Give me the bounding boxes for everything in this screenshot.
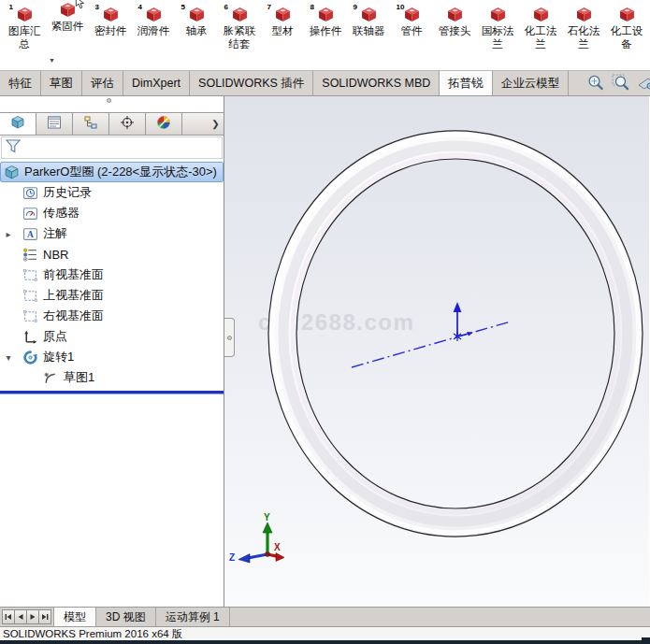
toolbox-item-library[interactable]: 1 图库汇总 <box>3 7 46 70</box>
toolbox-item-label: 图库汇总 <box>6 25 43 50</box>
panel-tabs-chevron[interactable]: ❯ <box>208 113 224 135</box>
tab-evaluate[interactable]: 评估 <box>82 71 123 95</box>
feature-tree: ParkerO型圈 (2-228<显示状态-30>) 历史记录 传感器 <box>0 159 224 394</box>
property-list-icon <box>47 115 62 134</box>
expand-arrow <box>3 203 14 223</box>
view-tools <box>586 71 650 95</box>
tree-item-front-plane[interactable]: 前视基准面 <box>0 265 224 285</box>
toolbox-item-gb-flanges[interactable]: 国标法兰 <box>476 7 519 70</box>
toolbox-item-operating-parts[interactable]: 8 操作件 <box>304 7 347 70</box>
toolbox-item-chem-equipment[interactable]: 化工设备 <box>605 7 648 70</box>
next-tab-button[interactable] <box>26 609 39 624</box>
sw-cube-icon: 10 <box>404 7 420 24</box>
propertymanager-tab[interactable] <box>36 113 73 135</box>
tree-item-origin[interactable]: 原点 <box>0 326 224 347</box>
annotations-icon: A <box>22 226 38 242</box>
toolbox-item-label: 管接头 <box>436 25 473 38</box>
view-settings-icon[interactable] <box>637 74 650 93</box>
previous-tab-button[interactable] <box>14 609 27 624</box>
sw-cube-icon: 8 <box>318 7 334 24</box>
tree-item-sketch1[interactable]: 草图1 <box>0 367 224 388</box>
toolbox-item-label: 联轴器 <box>350 25 387 38</box>
tree-filter-row[interactable] <box>1 136 223 159</box>
toolbox-item-number: 5 <box>181 3 185 11</box>
toolbox-item-label: 密封件 <box>92 25 129 38</box>
toolbox-item-number: 4 <box>138 3 142 11</box>
toolbar-overflow-arrow[interactable]: ▼ <box>49 57 55 64</box>
tab-model[interactable]: 模型 <box>53 608 96 626</box>
dimxpertmanager-tab[interactable] <box>109 113 146 135</box>
main-area: ❯ ParkerO型圈 (2-228<显示状态-30>) <box>0 96 650 607</box>
tree-item-right-plane[interactable]: 右视基准面 <box>0 306 224 326</box>
graphics-viewport[interactable]: cad2688.com <box>224 96 650 607</box>
horizontal-splitter-dot[interactable] <box>107 98 111 103</box>
plane-icon <box>22 288 38 304</box>
tab-sketch[interactable]: 草图 <box>41 71 82 95</box>
displaymanager-tab[interactable] <box>146 113 182 135</box>
triad-z-label: Z <box>229 552 235 563</box>
solidworks-window: 1 图库汇总 紧固件 3 密封件 4 <box>0 0 650 644</box>
featuremanager-tab[interactable] <box>0 113 36 135</box>
rollback-bar[interactable] <box>0 391 224 394</box>
tree-item-label: NBR <box>43 248 68 262</box>
plane-icon <box>22 267 38 283</box>
zoom-fit-icon[interactable] <box>586 74 605 93</box>
tree-item-top-plane[interactable]: 上视基准面 <box>0 285 224 306</box>
toolbox-item-expansion-sleeves[interactable]: 6 胀紧联结套 <box>218 7 261 70</box>
tab-3d-views[interactable]: 3D 视图 <box>96 608 156 626</box>
tab-scroll-buttons <box>0 608 53 626</box>
toolbox-item-pipe-fittings[interactable]: 管接头 <box>433 7 476 70</box>
toolbox-item-seals[interactable]: 3 密封件 <box>89 7 132 70</box>
sw-cube-icon: 6 <box>232 7 248 24</box>
sw-cube-icon: 3 <box>103 7 119 24</box>
tree-item-revolve1[interactable]: ▾ 旋转1 <box>0 347 224 367</box>
tree-item-sensors[interactable]: 传感器 <box>0 203 224 223</box>
toolbox-item-number: 7 <box>267 3 271 11</box>
sw-cube-icon: 5 <box>189 7 205 24</box>
window-corner <box>642 637 650 644</box>
tab-features[interactable]: 特征 <box>0 71 41 95</box>
tab-solidworks-mbd[interactable]: SOLIDWORKS MBD <box>313 71 440 95</box>
sw-cube-icon <box>619 7 635 24</box>
sw-cube-icon <box>576 7 592 24</box>
tab-motion-study1[interactable]: 运动算例 1 <box>156 608 230 626</box>
toolbox-item-lubrication[interactable]: 4 润滑件 <box>132 7 175 70</box>
tab-dimxpert[interactable]: DimXpert <box>123 71 190 95</box>
panel-splitter-handle[interactable] <box>224 318 235 357</box>
expand-arrow <box>3 326 14 347</box>
expand-arrow <box>3 182 14 203</box>
toolbox-item-number: 6 <box>224 3 228 11</box>
tree-item-label: 右视基准面 <box>43 308 104 324</box>
toolbox-item-chem-flanges[interactable]: 化工法兰 <box>519 7 562 70</box>
status-text: SOLIDWORKS Premium 2016 x64 版 <box>3 627 182 641</box>
tab-enterprise-cloud[interactable]: 企业云模型 <box>493 71 570 95</box>
material-icon <box>22 247 38 263</box>
tab-toprufinishing[interactable]: 拓普锐 <box>440 71 493 95</box>
toolbox-item-petrochem-flanges[interactable]: 石化法兰 <box>562 7 605 70</box>
tree-item-history[interactable]: 历史记录 <box>0 182 224 203</box>
panel-tabs: ❯ <box>0 112 224 136</box>
expand-arrow <box>3 306 14 326</box>
expand-arrow <box>3 367 14 388</box>
window-bottom-edge <box>0 640 650 644</box>
configurationmanager-tab[interactable] <box>73 113 109 135</box>
toolbox-item-pipes[interactable]: 10 管件 <box>390 7 433 70</box>
tab-solidworks-addins[interactable]: SOLIDWORKS 插件 <box>190 71 313 95</box>
expand-arrow[interactable]: ▾ <box>3 347 14 367</box>
first-tab-button[interactable] <box>2 609 15 624</box>
sw-cube-icon <box>533 7 549 24</box>
toolbox-item-bearings[interactable]: 5 轴承 <box>175 7 218 70</box>
expand-arrow <box>3 285 14 306</box>
tree-item-material[interactable]: NBR <box>0 244 224 265</box>
last-tab-button[interactable] <box>38 609 51 624</box>
toolbox-item-couplings[interactable]: 9 联轴器 <box>347 7 390 70</box>
history-icon <box>22 185 38 201</box>
tree-root-part[interactable]: ParkerO型圈 (2-228<显示状态-30>) <box>0 162 224 182</box>
tree-item-annotations[interactable]: ▸ A 注解 <box>0 223 224 244</box>
toolbox-item-profiles[interactable]: 7 型材 <box>261 7 304 70</box>
origin-icon <box>22 329 38 345</box>
zoom-area-icon[interactable] <box>612 74 630 93</box>
bottom-tab-strip: 模型 3D 视图 运动算例 1 <box>0 607 650 626</box>
tree-root-label: ParkerO型圈 (2-228<显示状态-30>) <box>24 164 217 180</box>
expand-arrow[interactable]: ▸ <box>3 223 14 244</box>
